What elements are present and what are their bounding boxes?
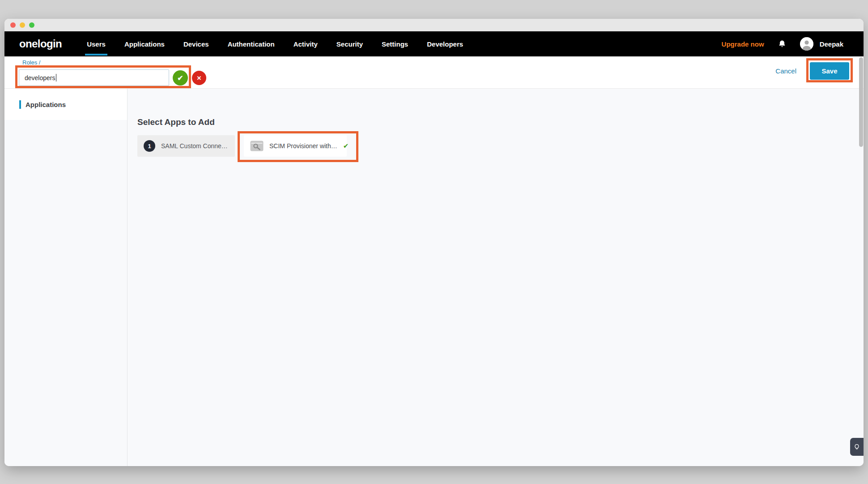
user-name: Deepak: [820, 40, 843, 48]
minimize-window-icon[interactable]: [20, 22, 25, 28]
role-name-value: developers: [25, 74, 55, 81]
selected-check-icon: ✔: [343, 142, 349, 150]
page-header: Roles / developers ✔ ✕ Cancel Save: [4, 56, 864, 89]
nav-item-developers[interactable]: Developers: [427, 31, 463, 56]
nav-item-devices[interactable]: Devices: [183, 31, 209, 56]
page-title: Select Apps to Add: [137, 117, 864, 127]
app-tile-label: SAML Custom Conne…: [161, 142, 228, 150]
nav-item-security[interactable]: Security: [336, 31, 363, 56]
cancel-rename-button[interactable]: ✕: [192, 71, 206, 85]
sidebar: Applications: [4, 89, 128, 466]
help-widget-button[interactable]: [850, 438, 864, 456]
header-actions: Cancel Save: [775, 62, 849, 80]
scrollbar-thumb[interactable]: [859, 57, 863, 147]
nav-item-applications[interactable]: Applications: [124, 31, 165, 56]
connector-card-icon: [250, 141, 264, 151]
avatar: [800, 37, 813, 51]
app-tiles: 1 SAML Custom Conne… SCIM Provisioner wi…: [137, 135, 864, 157]
upgrade-now-link[interactable]: Upgrade now: [722, 40, 764, 48]
top-nav: onelogin Users Applications Devices Auth…: [4, 31, 864, 56]
window-controls: [10, 22, 34, 28]
nav-item-activity[interactable]: Activity: [294, 31, 318, 56]
breadcrumb[interactable]: Roles /: [22, 59, 40, 66]
scim-app-tile[interactable]: SCIM Provisioner with… ✔: [244, 135, 347, 157]
app-window: onelogin Users Applications Devices Auth…: [4, 19, 864, 466]
check-icon: ✔: [177, 74, 183, 82]
onelogin-logo[interactable]: onelogin: [19, 38, 62, 50]
sidebar-item-applications[interactable]: Applications: [4, 100, 66, 109]
nav-menu: Users Applications Devices Authenticatio…: [87, 31, 463, 56]
app-tile-label: SCIM Provisioner with…: [269, 142, 337, 150]
close-window-icon[interactable]: [10, 22, 16, 28]
nav-item-settings[interactable]: Settings: [382, 31, 408, 56]
notifications-bell-icon[interactable]: [778, 39, 787, 48]
confirm-rename-button[interactable]: ✔: [173, 70, 188, 86]
text-caret: [56, 74, 57, 81]
nav-right: Upgrade now Deepak: [722, 37, 843, 51]
nav-item-authentication[interactable]: Authentication: [228, 31, 275, 56]
body-row: Applications Select Apps to Add 1 SAML C…: [4, 89, 864, 466]
app-count-badge: 1: [144, 140, 155, 152]
user-menu[interactable]: Deepak: [800, 37, 843, 51]
sidebar-item-label: Applications: [26, 101, 66, 108]
nav-item-users[interactable]: Users: [87, 31, 106, 56]
lightbulb-icon: [853, 443, 860, 450]
main-content: Select Apps to Add 1 SAML Custom Conne… …: [128, 89, 864, 466]
window-titlebar: [4, 19, 864, 31]
zoom-window-icon[interactable]: [29, 22, 34, 28]
active-indicator: [19, 100, 21, 109]
save-button[interactable]: Save: [810, 62, 849, 80]
x-icon: ✕: [197, 75, 202, 81]
cancel-button[interactable]: Cancel: [775, 67, 796, 75]
role-name-input[interactable]: developers: [19, 69, 169, 86]
saml-app-tile[interactable]: 1 SAML Custom Conne…: [137, 135, 235, 157]
sidebar-section: Applications: [4, 89, 127, 120]
